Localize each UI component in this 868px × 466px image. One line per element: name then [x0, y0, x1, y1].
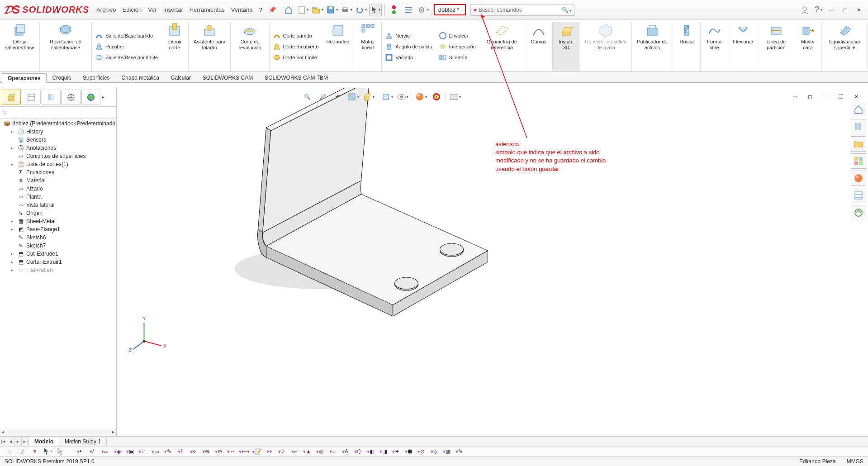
- filter-datumtarget[interactable]: ▾◎: [314, 447, 326, 456]
- tree-item[interactable]: ▱Conjuntos de superficies: [2, 152, 116, 160]
- tree-item[interactable]: ▸▭Flat-Pattern: [2, 266, 116, 274]
- window-restore[interactable]: ◻: [840, 5, 851, 15]
- intersect-button[interactable]: Intersección: [437, 42, 477, 51]
- filter-note[interactable]: ▾📝: [251, 447, 262, 456]
- loft-boss-button[interactable]: Recubrir: [94, 42, 159, 51]
- help-icon[interactable]: ?: [813, 5, 824, 15]
- loft-cut-button[interactable]: Corte recubierto: [271, 42, 320, 51]
- tab-operaciones[interactable]: Operaciones: [2, 73, 47, 83]
- mt-next[interactable]: ►: [14, 437, 22, 446]
- wrap-button[interactable]: Envolver: [437, 31, 477, 40]
- tree-expander[interactable]: ▸: [11, 260, 15, 264]
- model-tab-motion[interactable]: Motion Study 1: [59, 437, 107, 446]
- filter-sketch[interactable]: ▾✎: [162, 447, 174, 456]
- search-dropdown[interactable]: [569, 7, 571, 13]
- extrude-cut-button[interactable]: Extruir corte: [164, 22, 185, 51]
- mesh-solid-button[interactable]: Convertir en sólido de malla: [583, 22, 629, 51]
- rebuild-icon[interactable]: [388, 4, 400, 16]
- home-icon[interactable]: [282, 4, 295, 16]
- freeform-button[interactable]: Forma libre: [703, 22, 725, 51]
- draft-button[interactable]: Ángulo de salida: [384, 42, 433, 51]
- tree-item[interactable]: ▸🕑History: [2, 128, 116, 136]
- rib-button[interactable]: Nervio: [384, 31, 433, 40]
- tp-custom-props-icon[interactable]: [851, 188, 866, 203]
- settings-gear-icon[interactable]: [417, 4, 429, 16]
- filter-virtual[interactable]: ▾◇: [428, 447, 440, 456]
- menu-archivo[interactable]: Archivo: [96, 6, 116, 13]
- filter-mesh[interactable]: ▾▦: [441, 447, 452, 456]
- filter-cosmetic[interactable]: ▾◐: [365, 447, 376, 456]
- graphics-viewport[interactable]: X Y Z: [117, 88, 868, 436]
- menu-herramientas[interactable]: Herramientas: [190, 6, 225, 13]
- save-icon[interactable]: [326, 4, 338, 16]
- tree-item[interactable]: ✎Sketch7: [2, 242, 116, 250]
- filter-clear-icon[interactable]: ▽̸: [16, 447, 28, 456]
- section-view-icon[interactable]: [347, 90, 360, 103]
- tree-expander[interactable]: ▸: [11, 146, 15, 150]
- filter-sketchseg[interactable]: ▾⌇: [175, 447, 186, 456]
- panel-h-scrollbar[interactable]: [0, 429, 116, 436]
- mt-first[interactable]: |◄: [0, 437, 7, 446]
- filter-axis[interactable]: ▾⟋: [137, 447, 148, 456]
- tp-resources-icon[interactable]: [851, 102, 866, 117]
- view-settings-icon[interactable]: [449, 90, 461, 103]
- tree-item[interactable]: ▸⬒Cortar-Extruir1: [2, 258, 116, 266]
- status-units[interactable]: MMGS: [847, 458, 863, 465]
- split-line-button[interactable]: Línea de partición: [761, 22, 791, 51]
- fm-tab-overflow[interactable]: ▸: [101, 95, 105, 100]
- filter-block[interactable]: ▾◨: [377, 447, 389, 456]
- filter-centerline[interactable]: ▾⊖: [213, 447, 224, 456]
- tree-item[interactable]: ▱Alzado: [2, 185, 116, 193]
- mirror-button[interactable]: Simetría: [437, 53, 477, 62]
- search-icon[interactable]: 🔍: [562, 7, 569, 13]
- filter-midpoint[interactable]: ▾⋄: [187, 447, 199, 456]
- undo-icon[interactable]: [355, 4, 367, 16]
- filter-balloon[interactable]: ▾○: [327, 447, 338, 456]
- tree-item[interactable]: ▸⬒Cut-Extrude1: [2, 250, 116, 258]
- filter-ink[interactable]: ▾✎: [453, 447, 465, 456]
- appearance-icon[interactable]: [415, 90, 427, 103]
- swept-boss-button[interactable]: Saliente/Base barrido: [94, 31, 159, 40]
- new-doc-icon[interactable]: [297, 4, 309, 16]
- extrude-boss-button[interactable]: Extruir saliente/base: [3, 22, 37, 51]
- linear-pattern-button[interactable]: Matriz lineal: [357, 22, 379, 51]
- revolve-cut-button[interactable]: Corte de revolución: [233, 22, 266, 51]
- menu-ayuda[interactable]: ?: [259, 6, 262, 13]
- tree-expander[interactable]: ▸: [11, 219, 15, 223]
- mt-prev[interactable]: ◄: [7, 437, 14, 446]
- tree-expander[interactable]: ▸: [11, 129, 15, 134]
- boundary-cut-button[interactable]: Corte por límite: [271, 53, 320, 62]
- child-minimize[interactable]: ▭: [788, 90, 801, 103]
- hide-show-icon[interactable]: [396, 90, 409, 103]
- print-icon[interactable]: [340, 4, 353, 16]
- open-doc-icon[interactable]: [311, 4, 324, 16]
- scene-icon[interactable]: [430, 90, 443, 103]
- filter-all-icon[interactable]: ▼: [29, 447, 41, 456]
- tree-expander[interactable]: ▸: [11, 252, 15, 256]
- tree-expander[interactable]: ▸: [11, 162, 15, 166]
- tab-superficies[interactable]: Superficies: [77, 73, 115, 82]
- display-style-icon[interactable]: [381, 90, 394, 103]
- tree-item[interactable]: ↳Origen: [2, 209, 116, 217]
- tree-root[interactable]: 📦doblez (Predeterminado<<Predeterminado: [2, 119, 116, 128]
- child-restore[interactable]: ◻: [804, 90, 816, 103]
- tp-forum-icon[interactable]: [851, 205, 866, 220]
- zoom-fit-icon[interactable]: 🔍: [301, 90, 313, 103]
- filter-cursor2-icon[interactable]: [54, 447, 66, 456]
- filter-toggle-icon[interactable]: ▽: [4, 447, 15, 456]
- fm-tab-dimxpert[interactable]: [62, 90, 81, 105]
- fm-tab-config-mgr[interactable]: [42, 90, 61, 105]
- tab-swcam[interactable]: SOLIDWORKS CAM: [197, 73, 259, 82]
- tab-calcular[interactable]: Calcular: [165, 73, 197, 82]
- tree-item[interactable]: ≡Material: [2, 176, 116, 185]
- filter-sfinish[interactable]: ▾✓: [276, 447, 288, 456]
- filter-face[interactable]: ▾▱: [99, 447, 110, 456]
- filter-centermark[interactable]: ▾⊕: [200, 447, 212, 456]
- inner-minimize[interactable]: —: [819, 90, 832, 103]
- ref-geometry-button[interactable]: Geometría de referencia: [482, 22, 522, 51]
- tab-croquis[interactable]: Croquis: [47, 73, 77, 82]
- filter-select-icon[interactable]: [42, 447, 53, 456]
- tab-swcam-tbm[interactable]: SOLIDWORKS CAM TBM: [259, 73, 334, 82]
- options-list-icon[interactable]: [402, 4, 415, 16]
- filter-annot[interactable]: ▾A: [339, 447, 351, 456]
